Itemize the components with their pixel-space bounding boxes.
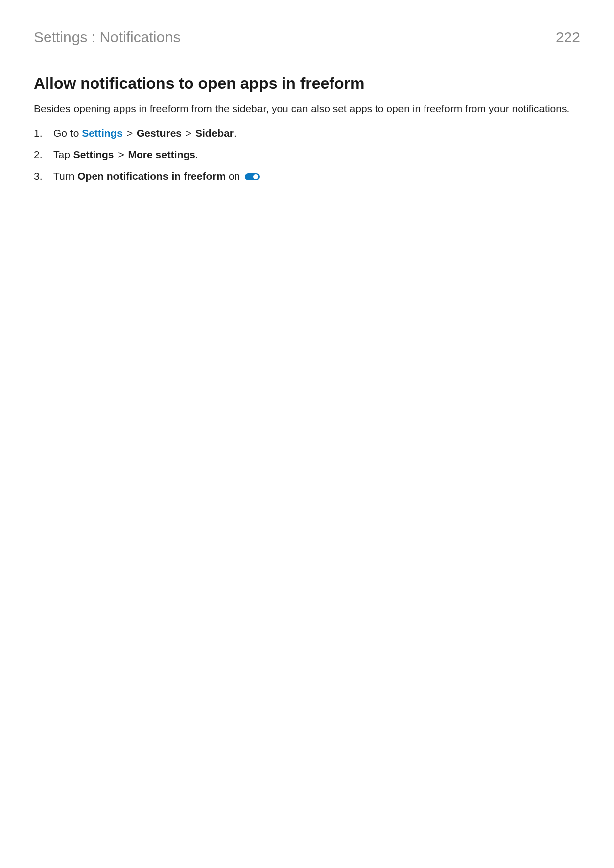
path-segment-more-settings: More settings — [128, 149, 195, 160]
document-page: Settings : Notifications 222 Allow notif… — [0, 0, 614, 868]
step-text: Turn — [53, 170, 77, 182]
breadcrumb: Settings : Notifications — [34, 29, 181, 46]
breadcrumb-separator: > — [183, 127, 194, 139]
step-text: . — [234, 127, 236, 139]
step-text: on — [226, 170, 243, 182]
breadcrumb-separator: > — [115, 149, 127, 160]
svg-point-1 — [253, 174, 258, 179]
step-text: Go to — [53, 127, 82, 139]
step-item: Tap Settings > More settings. — [51, 147, 580, 162]
settings-link[interactable]: Settings — [82, 127, 123, 139]
step-text: . — [195, 149, 198, 160]
section-heading: Allow notifications to open apps in free… — [34, 74, 580, 93]
setting-name-open-notifications: Open notifications in freeform — [77, 170, 226, 182]
path-segment-settings: Settings — [73, 149, 114, 160]
step-item: Turn Open notifications in freeform on — [51, 169, 580, 183]
steps-list: Go to Settings > Gestures > Sidebar. Tap… — [34, 126, 580, 183]
toggle-on-icon — [245, 173, 260, 181]
intro-paragraph: Besides opening apps in freeform from th… — [34, 101, 580, 116]
breadcrumb-separator: > — [124, 127, 136, 139]
page-header: Settings : Notifications 222 — [34, 29, 580, 46]
page-number: 222 — [556, 29, 580, 46]
path-segment-gestures: Gestures — [137, 127, 182, 139]
path-segment-sidebar: Sidebar — [195, 127, 234, 139]
step-text: Tap — [53, 149, 73, 160]
step-item: Go to Settings > Gestures > Sidebar. — [51, 126, 580, 140]
